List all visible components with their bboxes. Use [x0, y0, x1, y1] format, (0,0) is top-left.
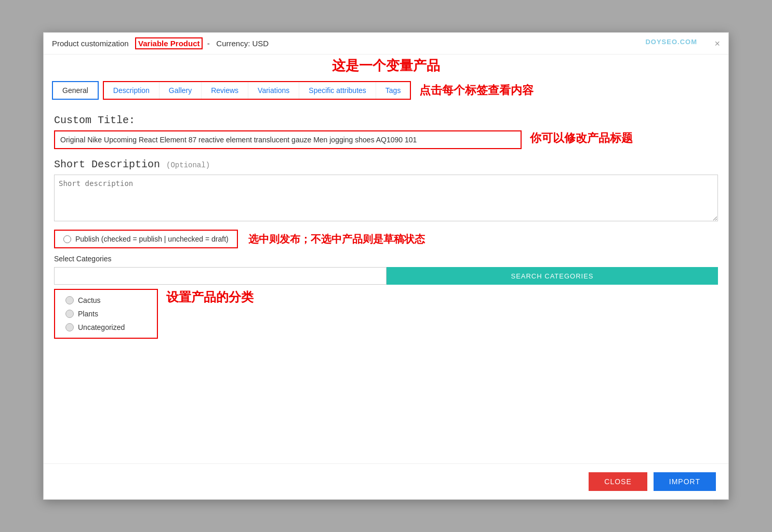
tab-description[interactable]: Description — [104, 82, 159, 99]
import-button[interactable]: IMPORT — [654, 472, 716, 491]
optional-label: (Optional) — [166, 161, 210, 169]
publish-row: Publish (checked = publish | unchecked =… — [54, 230, 718, 248]
annotation-variable-product: 这是一个变量产品 — [44, 55, 728, 77]
currency-label: Currency: USD — [216, 39, 269, 48]
tabs-box: Description Gallery Reviews Variations S… — [103, 81, 411, 100]
list-item: Cactus — [65, 296, 147, 304]
search-row: SEARCH CATEGORIES — [54, 267, 718, 285]
modal-title: Product customization Variable Product -… — [52, 39, 269, 48]
variable-product-label: Variable Product — [135, 37, 203, 49]
modal-body: Custom Title: 你可以修改产品标题 Short Descriptio… — [44, 100, 728, 463]
tab-variations[interactable]: Variations — [248, 82, 299, 99]
category-radio-uncategorized[interactable] — [65, 323, 74, 331]
title-input-row: 你可以修改产品标题 — [54, 130, 718, 149]
category-radio-plants[interactable] — [65, 310, 74, 318]
publish-label: Publish (checked = publish | unchecked =… — [75, 235, 229, 243]
list-item: Uncategorized — [65, 323, 147, 331]
tab-specific-attributes[interactable]: Specific attributes — [299, 82, 376, 99]
tab-general[interactable]: General — [52, 81, 99, 100]
annotation-title: 你可以修改产品标题 — [530, 130, 633, 146]
close-button[interactable]: CLOSE — [589, 472, 647, 491]
categories-list-box: Cactus Plants Uncategorized — [54, 289, 158, 339]
short-description-textarea[interactable] — [54, 175, 718, 221]
list-item: Plants — [65, 310, 147, 318]
title-input[interactable] — [54, 130, 522, 149]
tab-gallery[interactable]: Gallery — [159, 82, 202, 99]
category-name: Plants — [78, 310, 98, 318]
modal-footer: CLOSE IMPORT — [44, 463, 728, 499]
categories-list-container: Cactus Plants Uncategorized 设置产品的分类 — [54, 289, 718, 339]
title-prefix: Product customization — [52, 39, 129, 48]
category-name: Uncategorized — [78, 323, 125, 331]
annotation-categories: 设置产品的分类 — [166, 289, 254, 305]
close-icon[interactable]: × — [714, 39, 720, 48]
categories-label: Select Categories — [54, 255, 718, 263]
custom-title-label: Custom Title: — [54, 114, 718, 126]
category-name: Cactus — [78, 296, 101, 304]
publish-box: Publish (checked = publish | unchecked =… — [54, 230, 238, 248]
short-description-label: Short Description (Optional) — [54, 158, 718, 170]
annotation-publish: 选中则发布；不选中产品则是草稿状态 — [248, 232, 425, 246]
tabs-row: General Description Gallery Reviews Vari… — [44, 77, 728, 100]
tab-tags[interactable]: Tags — [376, 82, 410, 99]
tab-reviews[interactable]: Reviews — [202, 82, 248, 99]
category-radio-cactus[interactable] — [65, 296, 74, 304]
publish-radio[interactable] — [63, 235, 71, 243]
watermark: DOYSEO.COM — [645, 38, 697, 46]
modal-header: Product customization Variable Product -… — [44, 33, 728, 55]
category-search-input[interactable] — [54, 267, 387, 285]
annotation-tabs: 点击每个标签查看内容 — [419, 83, 534, 98]
search-categories-button[interactable]: SEARCH CATEGORIES — [387, 267, 718, 285]
